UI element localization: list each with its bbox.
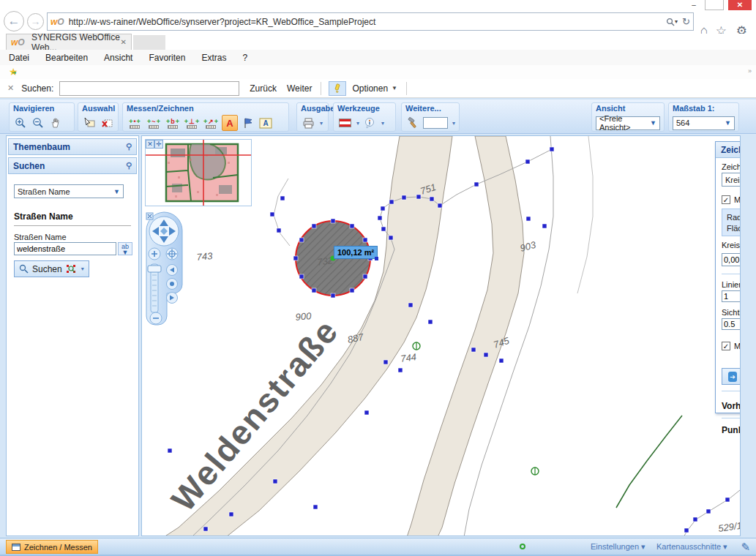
map-vertex[interactable] [474, 182, 479, 187]
linienstaerke-input[interactable] [722, 290, 741, 302]
kartenausschnitte-link[interactable]: Kartenausschnitte ▾ [656, 542, 727, 552]
add-favorite-star-icon[interactable]: ★ [9, 66, 18, 78]
map-navigation-widget[interactable] [145, 211, 183, 326]
menu-extras[interactable]: Extras [201, 53, 226, 63]
url-text[interactable]: http://w-ws-rainer/WebOffice/synserver?p… [69, 17, 662, 27]
weiteres-objekt-button[interactable]: ➔ Weiteres Objekt [722, 368, 741, 385]
map-vertex[interactable] [363, 238, 367, 242]
zoom-out-icon[interactable] [31, 115, 45, 131]
sort-ab-button[interactable]: ab▼ [118, 242, 132, 255]
measure-line-icon[interactable]: +~+ [146, 115, 162, 131]
search-category-select[interactable]: Straßen Name▼ [14, 184, 124, 198]
zoom-in-icon[interactable] [13, 115, 28, 131]
map-vertex[interactable] [331, 293, 335, 298]
map-vertex[interactable] [526, 217, 531, 221]
weitere-input[interactable] [423, 117, 448, 129]
map-vertex[interactable] [273, 479, 277, 484]
map-vertex[interactable] [350, 288, 354, 293]
map-vertex[interactable] [312, 288, 316, 293]
map-vertex[interactable] [525, 159, 530, 164]
map-vertex[interactable] [499, 358, 504, 363]
tab-close-icon[interactable]: ✕ [121, 38, 127, 46]
info-balloon-icon[interactable] [362, 115, 377, 131]
map-vertex[interactable] [438, 203, 442, 208]
menu-favoriten[interactable]: Favoriten [149, 53, 185, 63]
findbar-back-button[interactable]: Zurück [250, 83, 277, 94]
draw-text-tool-active-icon[interactable]: A [222, 115, 238, 131]
map-vertex[interactable] [293, 256, 298, 260]
map-vertex[interactable] [542, 224, 547, 228]
map-vertex[interactable] [381, 206, 385, 211]
measure-perpendicular-icon[interactable]: +⊥+ [184, 115, 200, 131]
vorhandene-objekte-section[interactable]: Vorhandene Objekte » [722, 397, 741, 415]
map-vertex[interactable] [350, 224, 354, 228]
measure-coordinate-icon[interactable]: +•+ [127, 115, 143, 131]
map-vertex[interactable] [363, 274, 367, 279]
ansicht-select[interactable]: <Freie Ansicht>▼ [596, 116, 660, 130]
map-vertex[interactable] [203, 527, 208, 531]
map-vertex[interactable] [331, 219, 335, 223]
window-maximize-button[interactable] [705, 0, 724, 10]
messen-verwenden-checkbox[interactable]: ✓ [722, 195, 730, 204]
search-icon[interactable] [666, 18, 675, 26]
browser-tab[interactable]: wO SYNERGIS WebOffice Web... ✕ [6, 34, 132, 50]
map-vertex[interactable] [684, 528, 689, 533]
map-viewport[interactable]: 743751903900887744745732529/1Weldenstraß… [141, 135, 741, 536]
flag-dropdown-caret[interactable]: ▾ [356, 120, 359, 127]
weitere-dropdown-caret[interactable]: ▾ [452, 120, 455, 127]
map-vertex[interactable] [706, 509, 711, 514]
print-dropdown-caret[interactable]: ▾ [320, 120, 323, 127]
pin-icon[interactable]: ⚲ [126, 142, 132, 151]
window-minimize-button[interactable]: – [684, 0, 703, 10]
sidebar-search-button[interactable]: Suchen ▾ [14, 260, 89, 277]
refresh-icon[interactable]: ↻ [682, 16, 690, 27]
text-label-icon[interactable]: A [258, 115, 273, 131]
panel-titlebar[interactable]: Zeichnen / Messen — ❐ ✕ ⚲ [716, 142, 741, 158]
menu-help[interactable]: ? [242, 53, 247, 63]
search-options-caret[interactable]: ▾ [81, 266, 84, 272]
sidebar-panel-themenbaum[interactable]: Themenbaum ⚲ [8, 138, 137, 155]
map-vertex[interactable] [312, 224, 316, 228]
map-vertex[interactable] [378, 216, 382, 220]
findbar-options-button[interactable]: Optionen▼ [352, 83, 397, 94]
findbar-search-input[interactable] [59, 81, 239, 96]
map-vertex[interactable] [313, 505, 318, 509]
map-vertex[interactable] [550, 147, 554, 151]
kreisradius-input[interactable] [722, 253, 741, 266]
messtext-box-checkbox[interactable]: ✓ [722, 342, 730, 350]
map-vertex[interactable] [277, 228, 281, 233]
browser-back-button[interactable]: ← [4, 11, 24, 31]
measure-polygon-icon[interactable]: +↗+ [203, 115, 219, 131]
shape-select[interactable]: Kreis▼ [722, 173, 741, 187]
findbar-close-icon[interactable]: ✕ [7, 83, 14, 93]
punktfang-section[interactable]: Punktfang » [722, 421, 741, 439]
map-vertex[interactable] [299, 274, 304, 279]
massstab-select[interactable]: 564▼ [673, 116, 735, 130]
window-close-button[interactable]: ✕ [728, 0, 752, 10]
einstellungen-link[interactable]: Einstellungen ▾ [591, 542, 645, 552]
new-tab-button[interactable] [133, 35, 165, 50]
map-vertex[interactable] [398, 368, 403, 372]
hammer-icon[interactable] [405, 115, 420, 131]
map-vertex[interactable] [484, 353, 488, 357]
map-vertex[interactable] [408, 303, 413, 307]
overflow-chevron-icon[interactable]: » [748, 67, 752, 75]
map-vertex[interactable] [299, 238, 304, 242]
menu-datei[interactable]: Datei [9, 53, 29, 63]
overview-close-icon[interactable]: ✕ [146, 140, 154, 149]
measure-freehand-icon[interactable]: +b+ [165, 115, 181, 131]
flag-marker-icon[interactable] [241, 115, 255, 131]
map-vertex[interactable] [471, 348, 476, 352]
street-name-input[interactable] [14, 242, 116, 255]
browser-forward-button[interactable]: → [27, 13, 44, 30]
menu-ansicht[interactable]: Ansicht [104, 53, 132, 63]
search-dropdown-caret[interactable]: ▾ [675, 18, 678, 25]
clear-selection-icon[interactable] [100, 115, 114, 131]
zoom-slider-thumb[interactable] [148, 266, 161, 272]
map-vertex[interactable] [280, 196, 285, 200]
map-vertex[interactable] [428, 320, 433, 324]
pin-icon[interactable]: ⚲ [126, 161, 132, 170]
map-vertex[interactable] [364, 410, 369, 415]
overview-move-icon[interactable]: ✛ [154, 140, 163, 149]
sidebar-panel-suchen[interactable]: Suchen ⚲ [8, 157, 137, 174]
